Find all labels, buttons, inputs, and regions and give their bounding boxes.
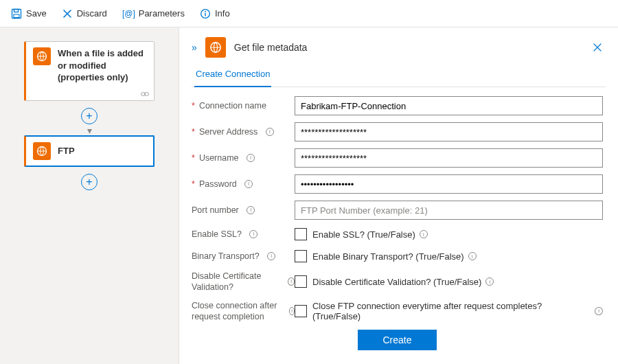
binary-label: Binary Transport? i: [192, 251, 295, 262]
connection-name-label: *Connection name: [192, 100, 295, 111]
info-icon[interactable]: i: [266, 128, 274, 136]
svg-point-5: [205, 11, 206, 12]
info-icon[interactable]: i: [249, 230, 258, 238]
enable-ssl-label: Enable SSL? i: [192, 229, 295, 240]
workflow-canvas: When a file is added or modified (proper…: [0, 27, 179, 364]
password-input[interactable]: [295, 174, 603, 194]
info-label: Info: [215, 8, 230, 19]
create-button[interactable]: Create: [358, 330, 436, 350]
info-icon[interactable]: i: [267, 252, 275, 260]
info-icon[interactable]: i: [244, 180, 253, 188]
discard-label: Discard: [77, 8, 107, 19]
enable-ssl-checkbox[interactable]: [295, 228, 307, 240]
svg-rect-6: [205, 13, 205, 16]
parameters-icon: [@]: [122, 8, 135, 19]
svg-text:[@]: [@]: [122, 9, 135, 19]
close-conn-checkbox[interactable]: [295, 305, 307, 317]
info-icon[interactable]: i: [595, 307, 603, 315]
disable-cert-option: Disable Certificate Validation? (True/Fa…: [312, 277, 494, 287]
ftp-icon: [205, 37, 226, 58]
username-label: *Username i: [192, 152, 295, 163]
close-conn-option: Close FTP connection everytime after req…: [312, 301, 603, 321]
panel-title: Get file metadata: [234, 42, 308, 53]
info-icon[interactable]: i: [420, 230, 428, 238]
save-button[interactable]: Save: [5, 5, 52, 22]
info-button[interactable]: Info: [194, 5, 236, 22]
arrow-down-icon: ▾: [87, 127, 92, 134]
info-icon[interactable]: i: [247, 206, 255, 214]
tab-create-connection[interactable]: Create Connection: [194, 63, 271, 87]
enable-ssl-option: Enable SSL? (True/False)i: [312, 229, 428, 240]
username-input[interactable]: [295, 148, 603, 168]
toolbar: Save Discard [@] Parameters Info: [0, 0, 618, 27]
server-address-input[interactable]: [295, 122, 603, 141]
connector-1: + ▾: [11, 102, 168, 134]
connection-form: *Connection name *Server Address i *User…: [192, 93, 606, 356]
add-step-button-1[interactable]: +: [81, 108, 98, 124]
info-icon: [200, 8, 211, 19]
ftp-icon: [33, 47, 51, 65]
disable-cert-checkbox[interactable]: [295, 275, 307, 288]
trigger-title: When a file is added or modified (proper…: [58, 47, 147, 84]
ftp-title: FTP: [58, 145, 75, 157]
close-button[interactable]: [589, 39, 606, 56]
info-icon[interactable]: i: [289, 307, 295, 315]
save-label: Save: [26, 8, 47, 19]
close-conn-label: Close connection after request completio…: [192, 300, 295, 323]
discard-icon: [62, 8, 73, 19]
ftp-action-card[interactable]: FTP: [24, 135, 154, 167]
binary-option: Enable Binary Transport? (True/False)i: [312, 251, 477, 262]
info-icon[interactable]: i: [288, 277, 295, 286]
binary-checkbox[interactable]: [295, 250, 307, 262]
link-icon: [26, 89, 154, 100]
info-icon[interactable]: i: [485, 277, 494, 286]
config-panel: » Get file metadata Create Connection *C…: [179, 27, 618, 364]
tabs: Create Connection: [192, 63, 606, 87]
svg-rect-1: [14, 9, 19, 12]
info-icon[interactable]: i: [468, 252, 477, 260]
collapse-icon[interactable]: »: [192, 42, 197, 53]
svg-rect-2: [14, 14, 19, 18]
connection-name-input[interactable]: [295, 96, 603, 115]
main: When a file is added or modified (proper…: [0, 27, 618, 364]
save-icon: [11, 8, 22, 19]
discard-button[interactable]: Discard: [56, 5, 113, 22]
password-label: *Password i: [192, 179, 295, 190]
add-step-button-2[interactable]: +: [81, 174, 98, 190]
parameters-label: Parameters: [139, 8, 185, 19]
trigger-card[interactable]: When a file is added or modified (proper…: [24, 41, 154, 101]
server-address-label: *Server Address i: [192, 126, 295, 137]
port-input[interactable]: [295, 201, 603, 220]
port-label: Port number i: [192, 205, 295, 216]
info-icon[interactable]: i: [247, 154, 255, 162]
disable-cert-label: Disable Certificate Validation? i: [192, 271, 295, 293]
ftp-icon: [33, 142, 51, 160]
connector-2: +: [11, 168, 168, 193]
parameters-button[interactable]: [@] Parameters: [117, 5, 190, 22]
